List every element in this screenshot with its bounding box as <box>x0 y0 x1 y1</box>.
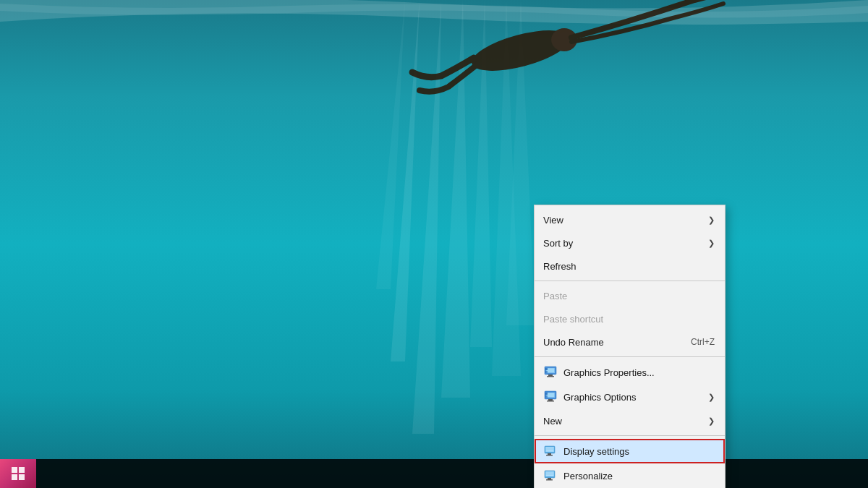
svg-rect-23 <box>547 393 554 398</box>
menu-item-graphics-properties[interactable]: Graphics Properties... <box>535 360 725 385</box>
menu-item-graphics-properties-label: Graphics Properties... <box>563 367 715 378</box>
menu-item-refresh-label: Refresh <box>543 261 715 272</box>
menu-item-personalize[interactable]: Personalize <box>535 463 725 488</box>
menu-item-paste: Paste <box>535 284 725 307</box>
personalize-icon <box>543 468 558 483</box>
svg-rect-26 <box>545 393 548 395</box>
menu-item-sort-by[interactable]: Sort by ❯ <box>535 231 725 254</box>
context-menu: View ❯ Sort by ❯ Refresh Paste Paste sho… <box>534 205 726 488</box>
menu-item-undo-rename[interactable]: Undo Rename Ctrl+Z <box>535 330 725 354</box>
menu-item-display-settings-label: Display settings <box>563 446 715 457</box>
start-button[interactable] <box>0 459 36 488</box>
menu-item-refresh[interactable]: Refresh <box>535 254 725 278</box>
menu-item-graphics-options-label: Graphics Options <box>563 392 705 403</box>
menu-item-new-arrow: ❯ <box>708 416 715 426</box>
menu-item-undo-rename-label: Undo Rename <box>543 337 685 348</box>
svg-rect-12 <box>12 474 17 480</box>
separator-1 <box>535 281 725 281</box>
menu-item-graphics-options[interactable]: Graphics Options ❯ <box>535 385 725 409</box>
svg-rect-10 <box>12 467 17 473</box>
separator-3 <box>535 435 725 436</box>
svg-rect-31 <box>548 453 551 455</box>
svg-rect-18 <box>547 376 554 377</box>
menu-item-paste-label: Paste <box>543 291 715 301</box>
menu-item-new-label: New <box>543 416 705 427</box>
menu-item-sort-by-label: Sort by <box>543 238 705 249</box>
svg-rect-32 <box>546 455 553 456</box>
svg-rect-20 <box>545 371 548 373</box>
menu-item-undo-rename-shortcut: Ctrl+Z <box>691 337 715 347</box>
svg-rect-17 <box>548 374 553 376</box>
background-scene <box>0 0 868 488</box>
menu-item-paste-shortcut-label: Paste shortcut <box>543 314 715 325</box>
menu-item-sort-by-arrow: ❯ <box>708 239 715 248</box>
svg-rect-24 <box>548 399 553 401</box>
menu-item-new[interactable]: New ❯ <box>535 409 725 432</box>
graphics-properties-icon <box>543 365 558 380</box>
menu-item-graphics-options-arrow: ❯ <box>708 393 715 402</box>
svg-rect-37 <box>546 472 553 476</box>
taskbar <box>0 459 868 488</box>
svg-rect-13 <box>19 474 25 480</box>
svg-rect-38 <box>548 478 551 479</box>
svg-rect-30 <box>546 448 553 452</box>
svg-rect-16 <box>547 369 554 373</box>
svg-rect-11 <box>19 467 25 473</box>
menu-item-paste-shortcut: Paste shortcut <box>535 307 725 330</box>
graphics-options-icon <box>543 390 558 404</box>
menu-item-view-label: View <box>543 215 705 226</box>
display-settings-icon <box>543 444 558 458</box>
separator-2 <box>535 356 725 357</box>
svg-rect-19 <box>545 368 548 370</box>
menu-item-display-settings[interactable]: Display settings <box>535 439 725 463</box>
svg-rect-27 <box>545 395 548 398</box>
svg-rect-25 <box>547 401 554 402</box>
menu-item-view[interactable]: View ❯ <box>535 208 725 231</box>
menu-item-view-arrow: ❯ <box>708 215 715 225</box>
menu-item-personalize-label: Personalize <box>563 471 715 481</box>
windows-icon <box>11 466 25 481</box>
svg-rect-39 <box>546 479 553 481</box>
